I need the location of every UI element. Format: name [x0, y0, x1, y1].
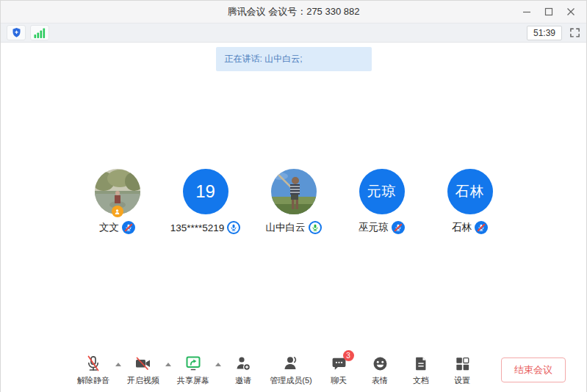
window-title: 腾讯会议 会议号：275 330 882 [228, 5, 360, 18]
participant-name: 文文 [99, 221, 119, 234]
window-controls [516, 1, 582, 23]
unmute-button[interactable]: 解除静音 [73, 355, 114, 386]
share-options-caret[interactable] [214, 363, 223, 366]
close-button[interactable] [560, 1, 582, 23]
mic-on-icon [227, 221, 240, 234]
avatar-initials: 石林 [455, 182, 485, 201]
document-icon [413, 355, 429, 372]
avatar [95, 169, 140, 214]
end-meeting-button[interactable]: 结束会议 [501, 357, 566, 382]
manage-members-button[interactable]: 管理成员(5) [264, 355, 318, 386]
docs-button[interactable]: 文档 [400, 355, 442, 386]
titlebar: 腾讯会议 会议号：275 330 882 [1, 1, 586, 23]
participant-tile[interactable]: 19 135****5219 [162, 169, 250, 234]
participant-tile[interactable]: 文文 [73, 169, 162, 234]
statusbar: 51:39 [1, 23, 586, 43]
host-badge-icon [112, 206, 123, 217]
emoji-icon [372, 355, 389, 372]
network-signal-icon[interactable] [30, 25, 49, 40]
fullscreen-icon[interactable] [569, 27, 580, 38]
participant-name: 135****5219 [170, 222, 225, 233]
avatar-initials: 元琼 [367, 182, 397, 201]
main-area: 正在讲话: 山中白云; [1, 43, 586, 392]
share-screen-icon [184, 355, 202, 372]
avatar-photo-sky [271, 169, 317, 214]
bottom-toolbar: 解除静音 开启视频 共享屏幕 邀请 [1, 347, 586, 392]
mic-muted-icon [122, 221, 135, 234]
participants-grid: 文文 19 135****5219 [73, 169, 514, 234]
chat-icon: 3 [331, 355, 347, 372]
tool-label: 解除静音 [77, 375, 109, 386]
avatar [271, 169, 317, 214]
emoji-button[interactable]: 表情 [359, 355, 400, 386]
tool-label: 文档 [413, 375, 429, 386]
tool-label: 表情 [372, 375, 388, 386]
mic-off-icon [84, 355, 102, 372]
video-options-caret[interactable] [164, 363, 173, 366]
mic-speaking-icon [309, 221, 322, 234]
invite-icon [234, 355, 252, 372]
settings-icon [454, 355, 471, 372]
tool-label: 邀请 [235, 375, 251, 386]
participant-tile[interactable]: 元琼 巫元琼 [338, 169, 426, 234]
camera-off-icon [134, 355, 152, 372]
statusbar-right: 51:39 [527, 26, 580, 40]
invite-button[interactable]: 邀请 [223, 355, 264, 386]
settings-button[interactable]: 设置 [442, 355, 483, 386]
tool-label: 开启视频 [127, 375, 159, 386]
participant-tile[interactable]: 山中白云 [250, 169, 338, 234]
chat-button[interactable]: 3 聊天 [318, 355, 359, 386]
statusbar-left [7, 25, 49, 40]
avatar: 19 [183, 169, 228, 214]
participant-tile[interactable]: 石林 石林 [426, 169, 514, 234]
avatar-number: 19 [195, 181, 215, 202]
participant-name: 巫元琼 [359, 221, 389, 234]
mic-muted-icon [392, 221, 405, 234]
start-video-button[interactable]: 开启视频 [123, 355, 164, 386]
speaking-banner: 正在讲话: 山中白云; [216, 47, 372, 71]
unmute-options-caret[interactable] [114, 363, 123, 366]
avatar: 石林 [447, 169, 493, 214]
avatar: 元琼 [359, 169, 405, 214]
tool-label: 设置 [454, 375, 470, 386]
maximize-button[interactable] [538, 1, 560, 23]
participant-name: 山中白云 [266, 221, 306, 234]
members-icon [282, 355, 300, 372]
tool-label: 管理成员(5) [270, 375, 311, 386]
minimize-button[interactable] [516, 1, 538, 23]
mic-muted-icon [475, 221, 488, 234]
tool-label: 聊天 [331, 375, 347, 386]
tool-label: 共享屏幕 [177, 375, 209, 386]
meeting-timer: 51:39 [527, 26, 562, 40]
share-screen-button[interactable]: 共享屏幕 [173, 355, 214, 386]
meeting-window: 腾讯会议 会议号：275 330 882 51:39 [0, 0, 587, 392]
chat-unread-badge: 3 [343, 350, 354, 361]
security-shield-icon[interactable] [7, 25, 26, 40]
participant-name: 石林 [452, 221, 472, 234]
